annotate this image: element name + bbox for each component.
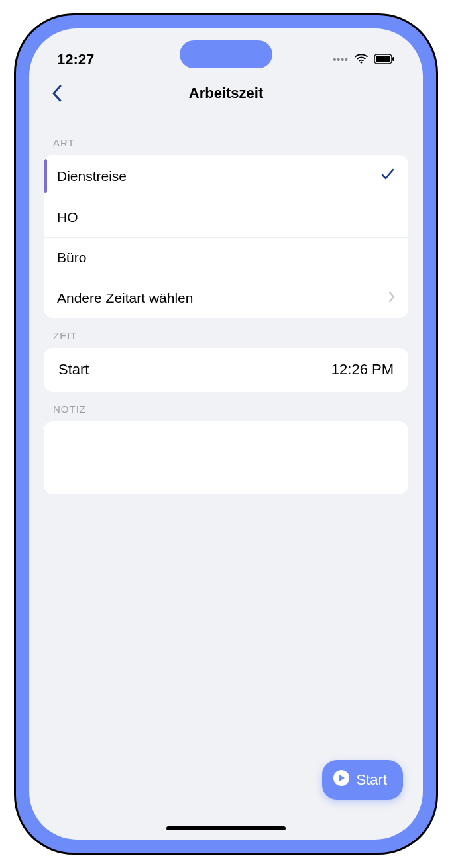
note-input[interactable] [44, 421, 408, 494]
status-time: 12:27 [57, 51, 94, 68]
wifi-icon [354, 51, 368, 68]
section-label-notiz: NOTIZ [44, 392, 408, 421]
section-label-zeit: ZEIT [44, 318, 408, 348]
home-indicator[interactable] [166, 826, 286, 830]
play-icon [333, 769, 350, 790]
art-option-other[interactable]: Andere Zeitart wählen [44, 278, 408, 318]
svg-rect-2 [392, 57, 394, 61]
chevron-left-icon [52, 85, 62, 102]
phone-frame: 12:27 •••• Arbeitszeit ART Dienstrei [14, 13, 438, 855]
battery-icon [374, 51, 395, 68]
content-area: ART Dienstreise HO Büro Andere Zeitart w… [29, 112, 423, 840]
art-option-label: Dienstreise [57, 168, 127, 184]
back-button[interactable] [45, 81, 69, 105]
svg-rect-1 [376, 56, 390, 62]
chevron-right-icon [388, 290, 395, 306]
phone-screen: 12:27 •••• Arbeitszeit ART Dienstrei [29, 28, 423, 840]
zeit-card: Start 12:26 PM [44, 348, 408, 392]
art-option-dienstreise[interactable]: Dienstreise [44, 155, 408, 197]
page-title: Arbeitszeit [189, 85, 263, 102]
nav-bar: Arbeitszeit [29, 75, 423, 112]
dynamic-island [180, 40, 272, 68]
status-indicators: •••• [333, 51, 395, 68]
art-option-label: Büro [57, 250, 86, 266]
section-label-art: ART [44, 125, 408, 155]
art-option-label: Andere Zeitart wählen [57, 290, 193, 306]
start-button[interactable]: Start [322, 760, 403, 800]
start-label: Start [58, 361, 89, 378]
start-value: 12:26 PM [331, 361, 394, 378]
cellular-dots-icon: •••• [333, 54, 349, 65]
art-card: Dienstreise HO Büro Andere Zeitart wähle… [44, 155, 408, 318]
start-time-row[interactable]: Start 12:26 PM [44, 348, 408, 392]
art-option-label: HO [57, 209, 78, 225]
fab-label: Start [357, 771, 387, 788]
check-icon [380, 167, 395, 185]
art-option-buero[interactable]: Büro [44, 238, 408, 278]
art-option-ho[interactable]: HO [44, 197, 408, 238]
